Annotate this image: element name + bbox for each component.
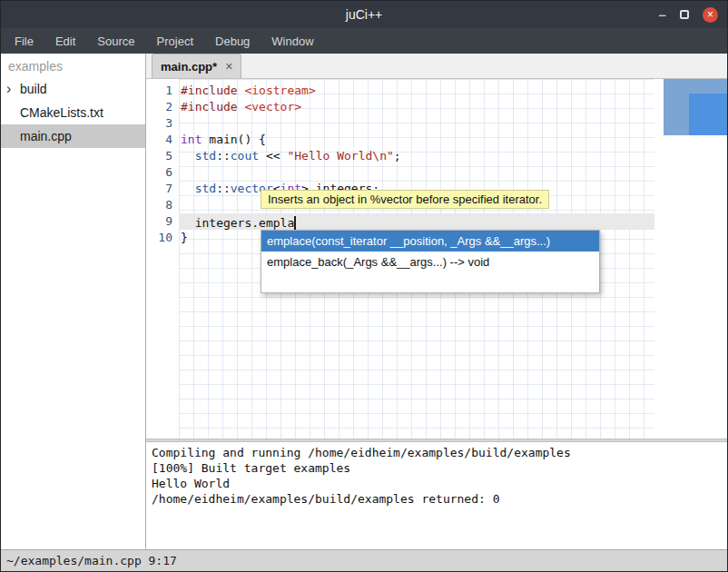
code-editor[interactable]: 12345678910 #include <iostream>#include … [146, 79, 727, 439]
menu-item-debug[interactable]: Debug [204, 28, 261, 54]
output-line: Compiling and running /home/eidheim/exam… [152, 445, 722, 460]
code-line[interactable]: #include <iostream> [179, 83, 654, 99]
app-window: juCi++ − × FileEditSourceProjectDebugWin… [0, 0, 728, 572]
build-output-panel[interactable]: Compiling and running /home/eidheim/exam… [146, 442, 727, 549]
code-token: cout [231, 149, 259, 163]
chevron-right-icon[interactable]: › [6, 82, 20, 96]
code-line[interactable]: integers.empla [179, 213, 654, 230]
statusbar: ~/examples/main.cpp 9:17 [1, 549, 727, 571]
menu-item-source[interactable]: Source [86, 28, 145, 54]
window-title: juCi++ [346, 7, 382, 22]
minimize-button[interactable]: − [658, 8, 666, 22]
code-line[interactable]: std::cout << "Hello World\n"; [179, 148, 654, 164]
code-token: int [181, 133, 202, 146]
code-token: "Hello World\n" [287, 149, 393, 163]
completion-item[interactable]: emplace_back(_Args &&__args...) --> void [261, 251, 599, 272]
file-tree-sidebar: examples ›buildCMakeLists.txtmain.cpp [1, 54, 146, 549]
code-token: :: [216, 149, 231, 163]
status-file-position: ~/examples/main.cpp 9:17 [6, 554, 177, 567]
maximize-icon [680, 10, 689, 19]
code-token: << [259, 149, 287, 163]
sidebar-item-cmakelists-txt[interactable]: CMakeLists.txt [1, 101, 145, 124]
project-name-header: examples [1, 54, 145, 77]
tab-label: main.cpp* [161, 60, 217, 74]
minimize-icon: − [658, 7, 666, 23]
output-line: Hello World [152, 476, 722, 491]
line-number: 5 [146, 148, 179, 164]
code-token: #include [181, 84, 244, 97]
code-token: std [195, 182, 216, 195]
tab-main-cpp[interactable]: main.cpp* × [152, 54, 241, 78]
code-token: std [195, 149, 216, 163]
line-number: 7 [146, 181, 179, 197]
window-controls: − × [658, 1, 718, 28]
completion-popup: emplace(const_iterator __position, _Args… [261, 230, 600, 293]
sidebar-item-label: CMakeLists.txt [20, 105, 103, 120]
editor-scrollbar[interactable] [664, 79, 727, 135]
code-token: integers.empla [181, 216, 294, 230]
code-token: #include [181, 100, 244, 113]
maximize-button[interactable] [680, 10, 689, 19]
menu-item-file[interactable]: File [4, 28, 44, 54]
code-line[interactable]: #include <vector> [179, 99, 654, 115]
text-cursor [294, 216, 296, 230]
code-token: <vector> [244, 100, 301, 113]
code-line[interactable] [179, 115, 654, 132]
scrollbar-thumb[interactable] [689, 94, 727, 135]
tabbar: main.cpp* × [146, 54, 727, 79]
line-number: 4 [146, 132, 179, 148]
output-line: /home/eidheim/examples/build/examples re… [152, 491, 722, 507]
main-area: examples ›buildCMakeLists.txtmain.cpp ma… [1, 54, 727, 549]
titlebar: juCi++ − × [1, 1, 727, 28]
code-line[interactable]: int main() { [179, 132, 654, 148]
menu-item-project[interactable]: Project [146, 28, 204, 54]
completion-item[interactable]: emplace(const_iterator __position, _Args… [261, 231, 599, 251]
menu-item-window[interactable]: Window [261, 28, 324, 54]
line-number-gutter: 12345678910 [146, 79, 179, 439]
sidebar-item-build[interactable]: ›build [1, 77, 145, 101]
file-tree: ›buildCMakeLists.txtmain.cpp [1, 77, 145, 148]
code-token [181, 149, 195, 163]
editor-column: main.cpp* × 12345678910 #include <iostre… [146, 54, 727, 549]
code-token [181, 182, 195, 195]
code-token: <iostream> [244, 84, 315, 97]
code-token: } [181, 231, 188, 244]
line-number: 3 [146, 115, 179, 132]
code-token: :: [216, 182, 231, 195]
line-number: 1 [146, 83, 179, 99]
doc-tooltip: Inserts an object in %vector before spec… [261, 190, 549, 209]
output-line: [100%] Built target examples [152, 460, 722, 476]
code-line[interactable] [179, 164, 654, 181]
line-number: 10 [146, 230, 179, 246]
line-number: 9 [146, 213, 179, 230]
menubar: FileEditSourceProjectDebugWindow [1, 28, 727, 54]
sidebar-item-label: main.cpp [20, 129, 72, 143]
menu-item-edit[interactable]: Edit [44, 28, 86, 54]
code-token: ; [394, 149, 401, 163]
close-icon: × [707, 9, 713, 20]
sidebar-item-main-cpp[interactable]: main.cpp [1, 124, 145, 148]
line-number: 6 [146, 164, 179, 181]
line-number: 2 [146, 99, 179, 115]
tab-close-icon[interactable]: × [225, 60, 232, 73]
sidebar-item-label: build [20, 82, 47, 96]
code-token: main() { [202, 133, 265, 146]
line-number: 8 [146, 197, 179, 213]
close-button[interactable]: × [703, 7, 718, 23]
